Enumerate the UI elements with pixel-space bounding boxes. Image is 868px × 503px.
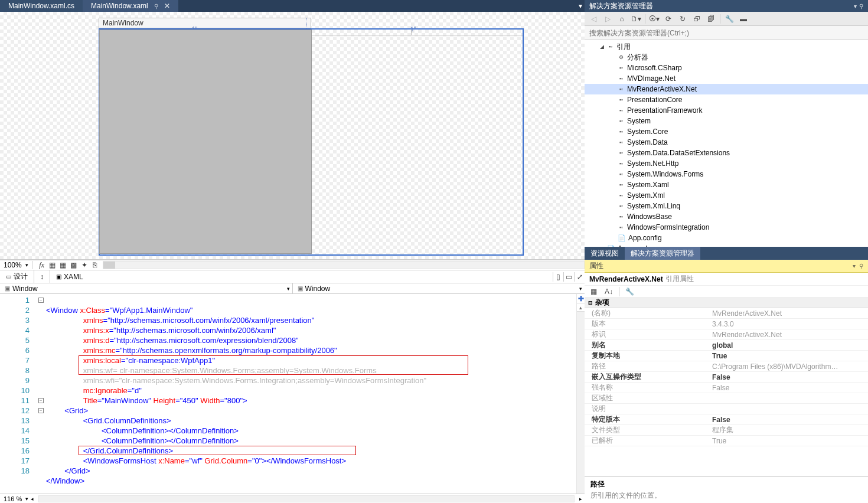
scroll-right-icon[interactable]: ▸ bbox=[577, 496, 585, 502]
preview-button[interactable]: ▬ bbox=[737, 13, 750, 25]
property-row[interactable]: 嵌入互操作类型False bbox=[585, 372, 868, 383]
xaml-code-editor[interactable]: 123456789101112131415161718 − − − <Windo… bbox=[0, 294, 585, 494]
property-row[interactable]: (名称)MvRenderActiveX.Net bbox=[585, 308, 868, 319]
fx-button[interactable]: fx bbox=[37, 260, 47, 270]
subtab-xaml[interactable]: ▣ XAML bbox=[50, 270, 89, 283]
property-row[interactable]: 复制本地True bbox=[585, 351, 868, 361]
home-button[interactable]: ⌂ bbox=[615, 13, 628, 25]
expand-icon[interactable]: ◢ bbox=[599, 44, 605, 50]
code-content[interactable]: <Window x:Class="WpfApp1.MainWindow" xml… bbox=[46, 294, 426, 494]
expand-pane-button[interactable]: ⤢ bbox=[574, 272, 585, 282]
pin-icon[interactable]: ⚲ bbox=[154, 3, 158, 9]
forward-button[interactable]: ▷ bbox=[601, 13, 614, 25]
property-value[interactable]: False bbox=[709, 384, 868, 392]
breadcrumb-right[interactable]: ▣ Window bbox=[292, 283, 335, 293]
properties-category[interactable]: ⊟ 杂项 bbox=[585, 298, 868, 308]
zoom-combo[interactable]: 100% bbox=[0, 261, 25, 269]
property-row[interactable]: 路径C:\Program Files (x86)\MVDAlgorithm… bbox=[585, 361, 868, 372]
tab-solution-explorer[interactable]: 解决方案资源管理器 bbox=[625, 247, 700, 260]
property-row[interactable]: 文件类型程序集 bbox=[585, 425, 868, 436]
fold-toggle-icon[interactable]: − bbox=[38, 298, 44, 303]
property-value[interactable]: global bbox=[709, 341, 868, 350]
tabs-overflow-dropdown[interactable]: ▾ bbox=[576, 0, 585, 12]
categorized-button[interactable]: ▦ bbox=[587, 286, 600, 298]
breadcrumb-right-dropdown-icon[interactable]: ▾ bbox=[577, 286, 585, 292]
tree-node-reference[interactable]: ▪▫System.Windows.Forms bbox=[585, 169, 868, 179]
tree-node-references[interactable]: ◢ ▪▫ 引用 bbox=[585, 41, 868, 52]
property-value[interactable]: 3.4.3.0 bbox=[709, 320, 868, 328]
tree-node-reference[interactable]: ▪▫System.Core bbox=[585, 126, 868, 137]
property-value[interactable]: MvRenderActiveX.Net bbox=[709, 331, 868, 339]
designer-h-scrollbar[interactable] bbox=[103, 261, 585, 269]
tree-node-appconfig[interactable]: 📄 App.config bbox=[585, 233, 868, 243]
solution-search-input[interactable] bbox=[585, 29, 868, 37]
tree-node-reference[interactable]: ▪▫System.Net.Http bbox=[585, 158, 868, 169]
property-row[interactable]: 强名称False bbox=[585, 383, 868, 393]
tree-node-reference[interactable]: ▪▫System.Data.DataSetExtensions bbox=[585, 148, 868, 158]
properties-pages-button[interactable]: 🔧 bbox=[623, 286, 636, 298]
back-button[interactable]: ◁ bbox=[587, 13, 600, 25]
properties-button[interactable]: 🔧 bbox=[723, 13, 736, 25]
sync-active-doc-button[interactable]: 🗋▾ bbox=[629, 13, 642, 25]
property-row[interactable]: 别名global bbox=[585, 340, 868, 351]
pending-changes-button[interactable]: ⟳ bbox=[662, 13, 675, 25]
property-row[interactable]: 已解析True bbox=[585, 436, 868, 446]
breadcrumb-left[interactable]: ▣ Window bbox=[0, 283, 43, 293]
panel-menu-icon[interactable]: ▾ bbox=[854, 3, 857, 9]
effects-button[interactable]: ▩ bbox=[68, 260, 79, 270]
editor-h-scrollbar[interactable] bbox=[38, 495, 575, 502]
property-row[interactable]: 标识MvRenderActiveX.Net bbox=[585, 329, 868, 340]
subtab-design[interactable]: ▭ 设计 bbox=[0, 270, 34, 283]
tab-cs[interactable]: MainWindow.xaml.cs bbox=[0, 0, 83, 12]
tree-node-reference[interactable]: ▪▫MvRenderActiveX.Net bbox=[585, 84, 868, 94]
property-row[interactable]: 说明 bbox=[585, 404, 868, 414]
fold-toggle-icon[interactable]: − bbox=[38, 408, 44, 413]
tree-node-reference[interactable]: ▪▫System bbox=[585, 116, 868, 126]
preview-window-client[interactable] bbox=[99, 30, 312, 254]
solution-tree[interactable]: ◢ ▪▫ 引用 ⚙ 分析器 ▪▫Microsoft.CSharp▪▫MVDIma… bbox=[585, 40, 868, 247]
fold-toggle-icon[interactable]: − bbox=[38, 398, 44, 403]
panel-pin-icon[interactable]: ⚲ bbox=[859, 263, 863, 269]
panel-pin-icon[interactable]: ⚲ bbox=[859, 3, 863, 9]
tree-node-reference[interactable]: ▪▫System.Xaml bbox=[585, 179, 868, 190]
filter-button[interactable]: ⦿▾ bbox=[648, 13, 661, 25]
subtab-swap[interactable]: ↕ bbox=[34, 270, 50, 283]
property-value[interactable]: True bbox=[709, 352, 868, 360]
editor-v-scrollbar[interactable]: ✚ ▴ bbox=[576, 294, 585, 494]
property-value[interactable]: False bbox=[709, 416, 868, 424]
split-v-button[interactable]: ▭ bbox=[563, 272, 574, 282]
zoom-dropdown-icon[interactable]: ▾ bbox=[25, 262, 31, 268]
tree-node-reference[interactable]: ▪▫WindowsFormsIntegration bbox=[585, 222, 868, 233]
property-value[interactable]: 程序集 bbox=[709, 425, 868, 435]
breadcrumb-left-dropdown-icon[interactable]: ▾ bbox=[285, 286, 292, 292]
scroll-up-icon[interactable]: ▴ bbox=[577, 303, 585, 312]
show-all-files-button[interactable]: 🗐 bbox=[704, 13, 717, 25]
property-value[interactable]: False bbox=[709, 373, 868, 381]
split-h-button[interactable]: ▯ bbox=[553, 272, 563, 282]
tree-node-reference[interactable]: ▪▫PresentationCore bbox=[585, 94, 868, 105]
property-value[interactable]: MvRenderActiveX.Net bbox=[709, 309, 868, 318]
properties-grid[interactable]: (名称)MvRenderActiveX.Net版本3.4.3.0标识MvRend… bbox=[585, 308, 868, 476]
tree-node-analyzers[interactable]: ⚙ 分析器 bbox=[585, 52, 868, 63]
property-value[interactable]: True bbox=[709, 437, 868, 445]
xaml-designer[interactable]: MainWindow 1" 1" bbox=[0, 12, 585, 260]
tree-node-reference[interactable]: ▪▫System.Data bbox=[585, 137, 868, 148]
property-value[interactable]: C:\Program Files (x86)\MVDAlgorithm… bbox=[709, 362, 868, 371]
alphabetical-button[interactable]: A↓ bbox=[602, 286, 615, 298]
split-editor-button[interactable]: ✚ bbox=[577, 294, 585, 303]
property-row[interactable]: 版本3.4.3.0 bbox=[585, 319, 868, 329]
tree-node-reference[interactable]: ▪▫System.Xml bbox=[585, 190, 868, 201]
scroll-left-icon[interactable]: ◂ bbox=[28, 496, 36, 502]
grid-snap2-button[interactable]: ▦ bbox=[58, 260, 68, 270]
property-row[interactable]: 区域性 bbox=[585, 393, 868, 404]
tree-node-reference[interactable]: ▪▫WindowsBase bbox=[585, 211, 868, 222]
property-row[interactable]: 特定版本False bbox=[585, 414, 868, 425]
arrange-button[interactable]: ✦ bbox=[79, 260, 90, 270]
refresh-button[interactable]: ↻ bbox=[676, 13, 689, 25]
grid-snap-button[interactable]: ▦ bbox=[47, 260, 58, 270]
editor-zoom-level[interactable]: 116 % bbox=[0, 495, 25, 502]
tree-node-reference[interactable]: ▪▫MVDImage.Net bbox=[585, 73, 868, 84]
collapse-all-button[interactable]: 🗗 bbox=[690, 13, 703, 25]
tree-node-reference[interactable]: ▪▫System.Xml.Linq bbox=[585, 201, 868, 211]
tab-xaml[interactable]: MainWindow.xaml ⚲ ✕ bbox=[83, 0, 178, 12]
